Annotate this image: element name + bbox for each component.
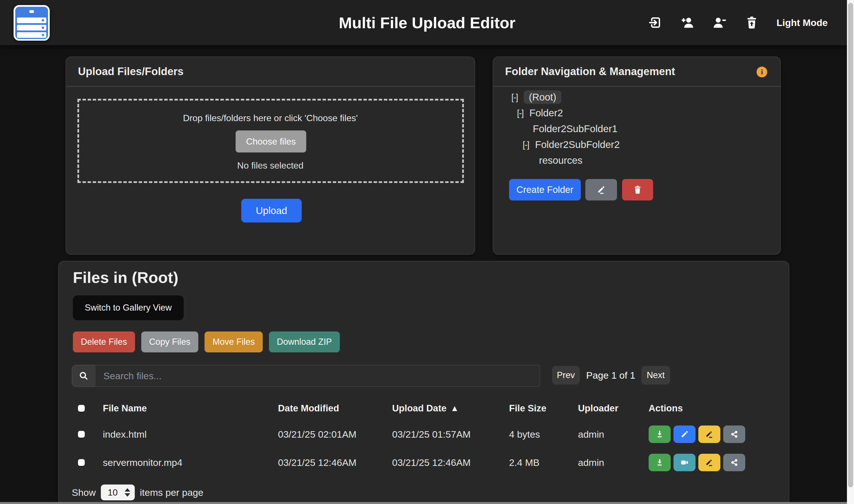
file-size: 4 bytes: [509, 420, 540, 448]
column-header-upload-date[interactable]: Upload Date ▲: [392, 395, 459, 421]
folder-tree-item[interactable]: Folder2SubFolder1: [493, 121, 780, 137]
trash-restore-icon[interactable]: [744, 15, 759, 30]
sort-ascending-icon: ▲: [450, 403, 459, 413]
column-header-file-size[interactable]: File Size: [509, 395, 546, 421]
no-files-selected-text: No files selected: [66, 160, 475, 171]
folder-panel-header: Folder Navigation & Management i: [493, 57, 780, 87]
upload-panel: Upload Files/Folders Drop files/folders …: [66, 56, 475, 255]
items-per-page-control: Show 10 items per page: [72, 485, 203, 500]
folder-name[interactable]: Folder2: [529, 107, 563, 119]
upload-button[interactable]: Upload: [241, 199, 302, 222]
switch-to-gallery-view-button[interactable]: Switch to Gallery View: [73, 295, 184, 320]
folder-tree-item[interactable]: [-]Folder2SubFolder2: [493, 137, 780, 152]
uploader: admin: [578, 448, 604, 476]
top-bar: Multi File Upload Editor: [0, 0, 854, 45]
folder-name[interactable]: Folder2SubFolder2: [535, 139, 620, 150]
column-header-uploader[interactable]: Uploader: [578, 395, 618, 421]
upload-date: 03/21/25 12:46AM: [392, 448, 470, 476]
download-action-button[interactable]: [648, 426, 671, 443]
choose-files-button[interactable]: Choose files: [236, 130, 306, 152]
info-icon[interactable]: i: [757, 67, 767, 77]
share-action-button[interactable]: [723, 454, 745, 471]
folder-name[interactable]: Folder2SubFolder1: [533, 123, 618, 134]
search-icon: [72, 365, 95, 387]
show-label: Show: [72, 487, 96, 498]
delete-folder-button[interactable]: [622, 179, 653, 200]
light-mode-toggle[interactable]: Light Mode: [777, 17, 828, 28]
collapse-toggle[interactable]: [-]: [523, 140, 529, 150]
table-header-row: File Name Date Modified Upload Date ▲ Fi…: [59, 395, 789, 421]
folder-tree-item[interactable]: [-](Root): [493, 89, 780, 105]
row-actions: [648, 420, 748, 448]
table-row: index.html03/21/25 02:01AM03/21/25 01:57…: [59, 420, 789, 448]
row-checkbox[interactable]: [78, 459, 85, 466]
folder-name[interactable]: resources: [539, 155, 583, 166]
create-folder-button[interactable]: Create Folder: [509, 179, 581, 200]
column-header-actions: Actions: [648, 395, 683, 421]
items-per-page-stepper[interactable]: 10: [101, 485, 135, 500]
add-user-icon[interactable]: [680, 15, 695, 30]
download-zip-button[interactable]: Download ZIP: [269, 331, 340, 353]
uploader: admin: [578, 420, 604, 448]
vertical-scrollbar[interactable]: [847, 0, 854, 504]
folder-name[interactable]: (Root): [524, 90, 561, 104]
download-action-button[interactable]: [648, 454, 671, 471]
row-actions: [648, 448, 748, 476]
collapse-toggle[interactable]: [-]: [517, 108, 523, 118]
bulk-actions-row: Delete FilesCopy FilesMove FilesDownload…: [73, 331, 340, 353]
rename-pencil-action-button[interactable]: [698, 454, 720, 471]
file-name: index.html: [103, 420, 147, 448]
files-panel-title: Files in (Root): [73, 268, 178, 287]
horizontal-scrollbar[interactable]: [0, 502, 847, 504]
folder-tree: [-](Root)[-]Folder2Folder2SubFolder1[-]F…: [493, 89, 780, 168]
next-page-button[interactable]: Next: [641, 366, 670, 384]
page-indicator: Page 1 of 1: [585, 366, 636, 384]
date-modified: 03/21/25 12:46AM: [278, 448, 357, 476]
date-modified: 03/21/25 02:01AM: [278, 420, 357, 448]
column-header-file-name[interactable]: File Name: [103, 395, 147, 421]
prev-page-button[interactable]: Prev: [552, 366, 580, 384]
file-name: servermonitor.mp4: [103, 448, 182, 476]
video-action-button[interactable]: [674, 454, 695, 471]
files-panel: Files in (Root) Switch to Gallery View D…: [58, 261, 789, 504]
remove-user-icon[interactable]: [712, 15, 727, 30]
select-all-checkbox[interactable]: [78, 405, 85, 412]
edit-pencil-action-button[interactable]: [674, 426, 695, 443]
copy-files-button[interactable]: Copy Files: [141, 331, 198, 353]
logout-icon[interactable]: [648, 15, 662, 30]
collapse-toggle[interactable]: [-]: [511, 92, 518, 103]
dropzone-instructions: Drop files/folders here or click 'Choose…: [66, 113, 475, 123]
rename-folder-button[interactable]: [585, 179, 617, 200]
share-action-button[interactable]: [723, 426, 745, 443]
table-row: servermonitor.mp403/21/25 12:46AM03/21/2…: [59, 448, 789, 476]
search-input[interactable]: [95, 365, 540, 387]
vertical-scrollbar-thumb[interactable]: [848, 3, 853, 487]
folder-navigation-panel: Folder Navigation & Management i [-](Roo…: [493, 56, 781, 255]
folder-tree-item[interactable]: [-]Folder2: [493, 105, 780, 121]
multi-file-upload-editor-app: Multi File Upload Editor: [0, 0, 854, 504]
row-checkbox[interactable]: [78, 431, 85, 438]
upload-panel-title: Upload Files/Folders: [66, 57, 475, 87]
file-size: 2.4 MB: [509, 448, 539, 476]
column-header-date-modified[interactable]: Date Modified: [278, 395, 339, 421]
upload-date: 03/21/25 01:57AM: [392, 420, 470, 448]
rename-pencil-action-button[interactable]: [698, 426, 720, 443]
items-per-page-label: items per page: [140, 487, 203, 498]
delete-files-button[interactable]: Delete Files: [73, 331, 135, 353]
folder-tree-item[interactable]: resources: [493, 152, 780, 168]
folder-panel-title: Folder Navigation & Management: [505, 66, 675, 78]
move-files-button[interactable]: Move Files: [204, 331, 263, 353]
